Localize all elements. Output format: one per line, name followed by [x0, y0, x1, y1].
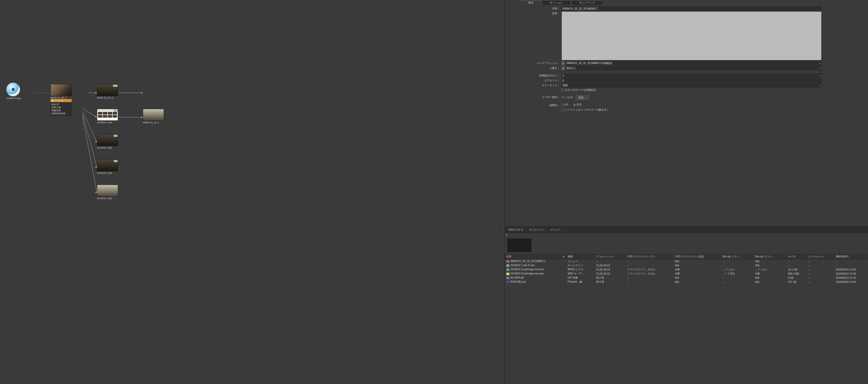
- svg-marker-4: [141, 92, 143, 94]
- menu-list-item[interactable]: 新郎新婦退場: [52, 112, 71, 115]
- label-override: 上書き：: [515, 66, 561, 70]
- file-type-icon: [506, 260, 509, 263]
- timeline-node-label: 00084.01_02_3: [97, 96, 118, 99]
- table-row[interactable]: 00084.01_02_32_29.Still003 2メニュー----N/A-…: [505, 259, 868, 264]
- label-end-action: エンドアクション：: [515, 61, 561, 65]
- project-panel: プロジェクト タイムライン メニュー 名前 ▴ 種類 デュレーション DVD ト…: [505, 227, 868, 384]
- file-type-icon: [506, 264, 509, 267]
- name-input[interactable]: [561, 6, 822, 10]
- disc-node[interactable]: Untitled Projec: [6, 83, 22, 98]
- aspect-43-radio[interactable]: 4:3: [561, 103, 568, 106]
- user-op-value: すべて許可: [561, 96, 573, 99]
- property-form: 名前： 説明： エンドアクション： @ 00084.01_02_32_29.St…: [505, 5, 868, 114]
- table-row[interactable]: 20180317yoshinaga mai.m2vMPEG ビデオ01;02;4…: [505, 267, 868, 271]
- disc-node-label: Untitled Projec: [6, 97, 22, 99]
- col-duration[interactable]: デュレーション: [595, 254, 626, 259]
- col-br-setting[interactable]: Blu-ray トラン…: [753, 254, 786, 259]
- label-color-set: カラーセット：: [515, 83, 561, 87]
- label-highlight: ハイライトをリッチカラーで書き出し: [565, 108, 609, 112]
- default-button-dropdown[interactable]: 1▾: [561, 73, 822, 78]
- timeline-thumbnail: TL1: [97, 84, 118, 96]
- offset-input[interactable]: [561, 79, 822, 83]
- timeline-node-label: 20180317 yuki: [97, 172, 118, 174]
- aspect-169-radio[interactable]: 16:9: [574, 103, 581, 106]
- menu-list-item[interactable]: 指輪交換: [52, 109, 71, 112]
- label-auto-route: ボタンのルートを自動設定: [565, 88, 596, 92]
- disc-icon: [6, 83, 20, 96]
- label-aspect: 縦横比：: [515, 103, 561, 107]
- timeline-node-label: 20180317 yuki: [97, 197, 118, 200]
- col-bitrate[interactable]: ビットレート: [807, 254, 834, 259]
- svg-line-5: [83, 108, 97, 117]
- highlight-checkbox[interactable]: [561, 109, 564, 111]
- svg-marker-14: [95, 191, 97, 193]
- tab-popup[interactable]: ポップアップ: [571, 1, 603, 5]
- menu-page-bar: ページ 9: [51, 99, 72, 102]
- label-name: 名前：: [515, 6, 561, 10]
- timeline-node-label: 20180317 yuki: [97, 146, 118, 149]
- panel-tabs: プロジェクト タイムライン メニュー: [505, 227, 868, 233]
- table-row[interactable]: 20180317yoshinaga mai.wavWAV オーデ…01;02;4…: [505, 271, 868, 276]
- timeline-node-label: 00084.01_02_3: [143, 121, 164, 124]
- auto-route-checkbox[interactable]: ✓: [561, 89, 564, 91]
- col-dvd-status[interactable]: DVD トランスコードス…: [626, 254, 673, 259]
- svg-line-11: [83, 114, 97, 168]
- menu-list-item[interactable]: play all: [52, 102, 71, 106]
- description-textarea[interactable]: [561, 11, 822, 60]
- tab-menu[interactable]: メニュー: [549, 228, 561, 232]
- timeline-node[interactable]: C4 20180317 yuki: [97, 185, 118, 200]
- timeline-node[interactable]: TL1 00084.01_02_3: [97, 84, 118, 99]
- properties-panel: 基本 モーション ポップアップ 名前： 説明： エンドアクション： @ 0008…: [505, 0, 868, 227]
- pickwhip-icon[interactable]: @: [561, 61, 565, 65]
- table-row[interactable]: ROGO黒.psdPhotosh…像静止画--N/A--N/A371 KB--2…: [505, 280, 868, 284]
- property-tabs: 基本 モーション ポップアップ: [505, 1, 868, 5]
- pickwhip-icon[interactable]: @: [561, 66, 565, 70]
- col-size[interactable]: サイズ: [786, 254, 807, 259]
- svg-line-13: [83, 116, 97, 193]
- chapter-menu-node[interactable]: C1 20180317 yuki: [97, 109, 118, 124]
- right-panel: 基本 モーション ポップアップ 名前： 説明： エンドアクション： @ 0008…: [504, 0, 868, 384]
- file-type-icon: [506, 268, 509, 271]
- color-set-dropdown[interactable]: 自動▾: [561, 83, 822, 87]
- svg-line-9: [83, 111, 97, 142]
- tab-motion[interactable]: モーション: [542, 1, 571, 5]
- timeline-node[interactable]: TL1 00084.01_02_3: [143, 109, 164, 124]
- menu-thumbnail: [51, 84, 72, 96]
- col-dvd-setting[interactable]: DVD トランスコード設定: [673, 254, 721, 259]
- connector-lines: [0, 0, 504, 384]
- timeline-thumbnail: C2: [97, 134, 118, 146]
- menu-node[interactable]: 00084.01_02_3 ページ 9 play all 新郎入場 指輪交換 新…: [51, 84, 72, 116]
- tab-basic[interactable]: 基本: [520, 1, 541, 5]
- user-op-settings-button[interactable]: 設定…: [576, 95, 589, 100]
- menu-node-label: 00084.01_02_3: [51, 96, 72, 99]
- menu-list-item[interactable]: 新郎入場: [52, 106, 71, 109]
- label-default-button: 初期設定ボタン：: [515, 73, 561, 78]
- tab-timeline[interactable]: タイムライン: [528, 228, 546, 232]
- table-row[interactable]: 20180317 yuki & maiタイムライン01;02;44;19--N/…: [505, 263, 868, 267]
- timeline-thumbnail: TL1: [143, 109, 164, 121]
- chapter-thumbnail: C1: [97, 109, 118, 121]
- disclosure-icon[interactable]: [506, 234, 507, 236]
- asset-table: 名前 ▴ 種類 デュレーション DVD トランスコードス… DVD トランスコー…: [505, 254, 868, 284]
- col-modified[interactable]: 最終変更日: [834, 254, 868, 259]
- label-offset: オフセット：: [515, 79, 561, 83]
- timeline-thumbnail: C3: [97, 159, 118, 171]
- end-action-dropdown[interactable]: 00084.01_02_32_29.Still003 2:初期設定▸: [566, 61, 822, 65]
- svg-marker-10: [95, 141, 97, 142]
- tab-project[interactable]: プロジェクト: [507, 228, 524, 232]
- col-type[interactable]: 種類: [566, 254, 595, 259]
- col-name[interactable]: 名前 ▴: [505, 254, 566, 259]
- file-type-icon: [506, 273, 509, 275]
- svg-marker-6: [95, 116, 97, 117]
- asset-preview-area: [505, 236, 868, 254]
- svg-marker-12: [95, 166, 97, 168]
- timeline-node[interactable]: C3 20180317 yuki: [97, 159, 118, 174]
- timeline-node[interactable]: C2 20180317 yuki: [97, 134, 118, 149]
- menu-item-list: play all 新郎入場 指輪交換 新郎新婦退場: [51, 102, 72, 116]
- override-dropdown[interactable]: 設定なし▸: [566, 66, 822, 70]
- flowchart-panel[interactable]: Untitled Projec 00084.01_02_3 ページ 9 play…: [0, 0, 504, 384]
- chapter-node-label: 20180317 yuki: [97, 121, 118, 124]
- label-description: 説明：: [515, 11, 561, 16]
- col-br-status[interactable]: Blu-ray トラン…: [721, 254, 753, 259]
- table-row[interactable]: BLURAY.gifGIF 画像静止画--N/A--N/A9 KB--2016/…: [505, 276, 868, 280]
